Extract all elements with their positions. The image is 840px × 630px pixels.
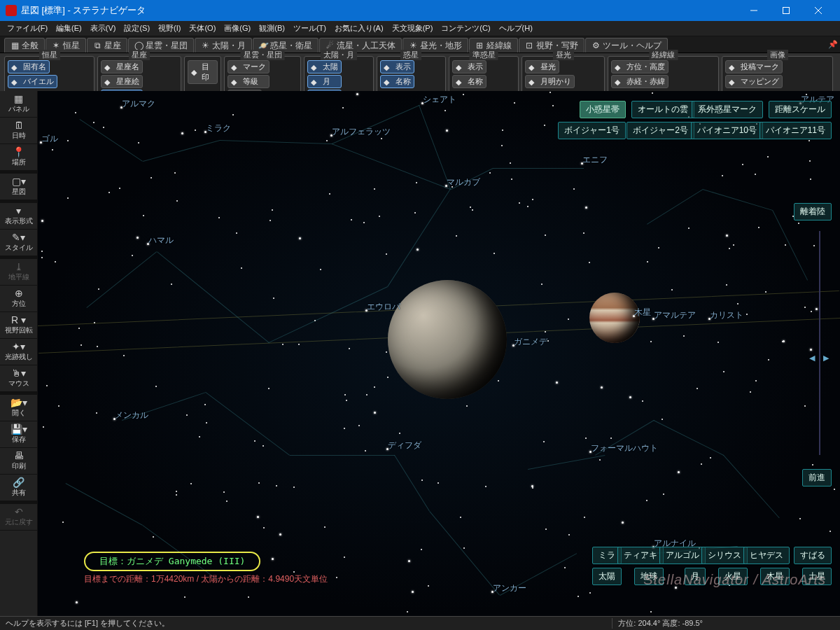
minimize-button[interactable] [738, 0, 770, 21]
zoom-thumb[interactable]: ◀▶ [809, 354, 829, 363]
menu-item[interactable]: 天文現象(P) [388, 22, 438, 35]
button-icon: ◆ [311, 78, 321, 86]
sidebar-button[interactable]: 💾▾保存 [0, 421, 37, 448]
bg-star [41, 257, 43, 258]
toolbar-button[interactable]: ◆星座名 [101, 60, 143, 74]
menu-item[interactable]: 天体(O) [185, 22, 220, 35]
menu-item[interactable]: 編集(E) [52, 22, 86, 35]
toolbar-button[interactable]: ◆星座絵 [101, 75, 143, 88]
sky-overlay-button[interactable]: ボイジャー1号 [558, 122, 626, 139]
landing-button[interactable]: 離着陸 [794, 203, 832, 220]
bg-star [374, 188, 375, 190]
sidebar-button: ↶元に戻す [0, 504, 37, 531]
sky-quicknav-button[interactable]: ティアキ [617, 547, 664, 564]
toolbar-button[interactable]: ◆名称 [380, 75, 414, 88]
sky-overlay-button[interactable]: 小惑星帯 [580, 101, 626, 118]
sky-quicknav-button[interactable]: 太陽 [592, 568, 622, 585]
pin-icon[interactable]: 📌 [826, 36, 840, 52]
toolbar-button[interactable]: ◆太陽 [307, 60, 342, 74]
menu-item[interactable]: ヘルプ(H) [495, 22, 537, 35]
toolbar-button[interactable]: ◆方位・高度 [611, 60, 668, 74]
sky-quicknav-button[interactable]: シリウス [701, 547, 748, 564]
menu-item[interactable]: ツール(T) [289, 22, 330, 35]
menu-item[interactable]: 視野(I) [154, 22, 185, 35]
menu-item[interactable]: 観測(B) [255, 22, 289, 35]
sidebar-button[interactable]: ▢▾星図 [0, 174, 37, 200]
sidebar-button[interactable]: ▦パネル [0, 91, 37, 118]
maximize-button[interactable] [770, 0, 802, 21]
toolbar-button[interactable]: ◆昼光 [525, 60, 559, 74]
bg-star [642, 400, 643, 402]
bg-star [601, 386, 603, 388]
sky-overlay-button[interactable]: パイオニア11号 [760, 122, 832, 139]
bg-star [279, 533, 281, 536]
sidebar-icon: ▦ [14, 94, 23, 104]
star-label: ガニメデ [514, 336, 547, 348]
toolbar-button[interactable]: ◆目印 [188, 60, 218, 84]
bg-star [812, 464, 813, 465]
bg-star [532, 199, 533, 200]
bg-star [568, 534, 570, 536]
bg-star [326, 140, 328, 141]
sidebar-icon: 🗓 [14, 120, 24, 130]
target-label: 目標：ガニメデ Ganymede (III) [84, 552, 260, 571]
bg-star [136, 237, 139, 239]
button-icon: ◆ [456, 78, 465, 86]
toolbar-button[interactable]: ◆投稿マーク [725, 60, 783, 74]
sidebar-button[interactable]: ✎▾スタイル [0, 230, 37, 256]
toolbar-button[interactable]: ◆赤経・赤緯 [611, 75, 668, 88]
sidebar-button[interactable]: R ▾視野回転 [0, 312, 37, 339]
zoom-slider[interactable] [819, 231, 820, 455]
sky-quicknav-button[interactable]: すばる [794, 547, 832, 564]
tab-icon: ⚙ [592, 41, 600, 50]
distance-label: 目標までの距離：1万4420km / 太陽からの距離：4.9490天文単位 [84, 573, 328, 585]
sidebar-button[interactable]: 📂▾開く [0, 395, 37, 421]
toolbar-button[interactable]: ◆表示 [452, 60, 486, 74]
menu-item[interactable]: 表示(V) [86, 22, 120, 35]
bg-star [723, 371, 724, 372]
sidebar-button[interactable]: 🔗共有 [0, 475, 37, 501]
category-tab[interactable]: ⊡視野・写野 [519, 38, 584, 52]
toolbar-button[interactable]: ◆マーク [227, 60, 270, 74]
bg-star [733, 244, 734, 246]
sidebar-button[interactable]: ▾表示形式 [0, 203, 37, 230]
forward-button[interactable]: 前進 [802, 469, 832, 486]
jupiter-body[interactable] [589, 293, 640, 343]
sky-overlay-button[interactable]: ボイジャー2号 [626, 122, 694, 139]
category-tab[interactable]: ⧉星座 [87, 38, 127, 52]
bg-star [363, 222, 365, 223]
sidebar-button[interactable]: 🖶印刷 [0, 448, 37, 475]
sidebar-button[interactable]: 🗓日時 [0, 118, 37, 144]
sky-overlay-button[interactable]: 距離スケール [769, 101, 832, 118]
toolbar-button[interactable]: ◆マッピング [725, 75, 783, 88]
menu-item[interactable]: コンテンツ(C) [437, 22, 494, 35]
sky-quicknav-button[interactable]: ヒヤデス [743, 547, 790, 564]
button-icon: ◆ [456, 63, 465, 71]
sidebar-button[interactable]: ✦▾光跡残し [0, 339, 37, 365]
toolbar-button[interactable]: ◆等級 [227, 75, 270, 88]
bg-star [726, 234, 728, 237]
ganymede-body[interactable] [388, 280, 507, 399]
sky-view[interactable]: アルマクミラクアルフェラッツシェアトマルカブエニフハマルエウロパガニメデ木星アマ… [38, 91, 840, 616]
bg-star [498, 380, 499, 382]
sky-overlay-button[interactable]: 系外惑星マーク [692, 101, 763, 118]
sky-overlay-button[interactable]: パイオニア10号 [691, 122, 763, 139]
sidebar-button[interactable]: 📍場所 [0, 144, 37, 171]
bg-star [67, 197, 69, 199]
menu-item[interactable]: お気に入り(A) [330, 22, 388, 35]
menu-item[interactable]: 画像(G) [220, 22, 255, 35]
toolbar-button[interactable]: ◆月明かり [525, 75, 575, 88]
toolbar-button[interactable]: ◆バイエル [8, 75, 57, 88]
sidebar-icon: ▾ [16, 206, 21, 216]
sidebar-button[interactable]: ⊕方位 [0, 286, 37, 312]
sidebar-button[interactable]: 🖱▾マウス [0, 365, 37, 392]
menu-item[interactable]: ファイル(F) [3, 22, 52, 35]
close-button[interactable] [802, 0, 834, 21]
toolbar-button[interactable]: ◆固有名 [8, 60, 50, 74]
toolbar-button[interactable]: ◆表示 [380, 60, 414, 74]
toolbar-button[interactable]: ◆月 [307, 75, 342, 88]
sky-overlay-button[interactable]: オールトの雲 [631, 101, 694, 118]
menu-item[interactable]: 設定(S) [120, 22, 154, 35]
toolbar-button[interactable]: ◆名称 [452, 75, 486, 88]
sky-quicknav-button[interactable]: アルゴル [659, 547, 706, 564]
